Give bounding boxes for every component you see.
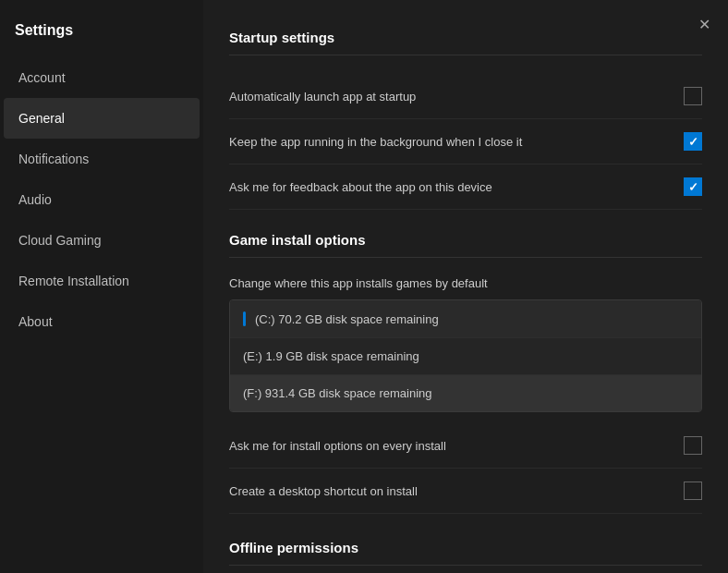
drive-option-c[interactable]: (C:) 70.2 GB disk space remaining [230,300,701,338]
sidebar-item-notifications[interactable]: Notifications [4,139,200,179]
startup-heading: Startup settings [229,30,702,45]
auto-launch-label: Automatically launch app at startup [229,90,684,104]
sidebar-item-account[interactable]: Account [4,57,200,98]
desktop-shortcut-label: Create a desktop shortcut on install [229,484,684,498]
offline-divider [229,565,702,566]
game-install-divider [229,257,702,258]
drive-dropdown[interactable]: (C:) 70.2 GB disk space remaining (E:) 1… [229,299,702,412]
desktop-shortcut-checkbox[interactable] [684,482,702,500]
sidebar-item-cloud-gaming[interactable]: Cloud Gaming [4,220,200,261]
ask-every-install-label: Ask me for install options on every inst… [229,439,684,453]
selected-indicator [243,311,246,326]
startup-divider [229,55,702,55]
offline-section: Offline permissions [229,540,702,566]
sidebar: Settings Account General Notifications A… [0,0,203,573]
ask-feedback-label: Ask me for feedback about the app on thi… [229,180,684,194]
main-content: ✕ Startup settings Automatically launch … [203,0,728,573]
sidebar-item-remote-installation[interactable]: Remote Installation [4,261,200,301]
sidebar-item-about[interactable]: About [4,301,200,342]
keep-running-checkbox[interactable] [684,132,702,151]
startup-section: Startup settings Automatically launch ap… [229,30,702,210]
auto-launch-row: Automatically launch app at startup [229,74,702,119]
ask-every-install-checkbox[interactable] [684,436,702,455]
game-install-heading: Game install options [229,232,702,248]
app-title: Settings [0,9,203,57]
ask-every-install-row: Ask me for install options on every inst… [229,423,702,469]
drive-option-e[interactable]: (E:) 1.9 GB disk space remaining [230,338,701,375]
ask-feedback-checkbox[interactable] [684,177,702,196]
close-button[interactable]: ✕ [691,11,717,37]
change-install-label: Change where this app installs games by … [229,276,702,290]
desktop-shortcut-row: Create a desktop shortcut on install [229,469,702,514]
sidebar-item-general[interactable]: General [4,98,200,139]
keep-running-row: Keep the app running in the background w… [229,119,702,165]
game-install-section: Game install options Change where this a… [229,232,702,514]
sidebar-item-audio[interactable]: Audio [4,179,200,220]
offline-heading: Offline permissions [229,540,702,555]
drive-option-f[interactable]: (F:) 931.4 GB disk space remaining [230,375,701,411]
auto-launch-checkbox[interactable] [684,87,702,105]
ask-feedback-row: Ask me for feedback about the app on thi… [229,165,702,210]
keep-running-label: Keep the app running in the background w… [229,135,684,149]
